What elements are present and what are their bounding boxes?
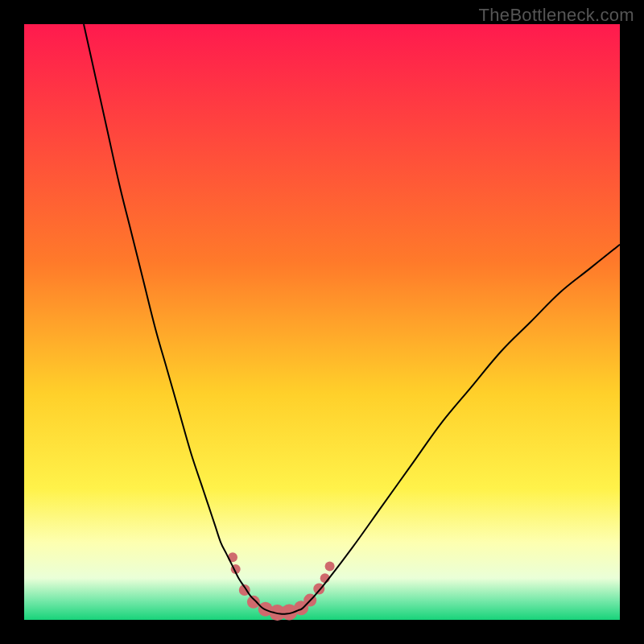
- curve-layer: [24, 24, 620, 620]
- bottleneck-curve: [84, 24, 620, 614]
- chart-frame: TheBottleneck.com: [0, 0, 644, 644]
- plot-area: [24, 24, 620, 620]
- curve-marker: [247, 596, 260, 609]
- curve-marker: [325, 561, 335, 571]
- watermark-text: TheBottleneck.com: [479, 5, 634, 26]
